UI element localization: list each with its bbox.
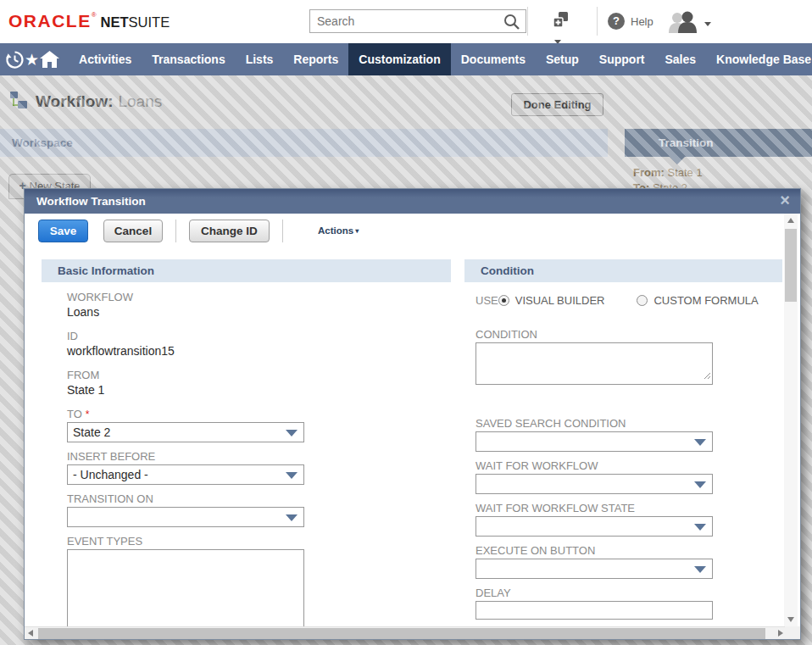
search-icon[interactable] bbox=[503, 13, 523, 30]
nav-item-transactions[interactable]: Transactions bbox=[142, 43, 235, 75]
cancel-button[interactable]: Cancel bbox=[103, 220, 163, 242]
condition-fields: USE VISUAL BUILDER CUSTOM FORMULA CONDIT… bbox=[476, 294, 755, 620]
home-icon[interactable] bbox=[39, 43, 60, 75]
vertical-scrollbar[interactable] bbox=[784, 214, 798, 626]
workflow-field-label: WORKFLOW bbox=[67, 291, 321, 303]
horizontal-scroll-thumb[interactable] bbox=[38, 628, 765, 639]
user-roles-menu[interactable] bbox=[667, 11, 711, 37]
use-label: USE bbox=[476, 294, 498, 307]
transition-panel-header: Transition bbox=[625, 129, 812, 157]
workflow-transition-dialog: Workflow Transition × Save Cancel Change… bbox=[24, 188, 801, 640]
page-title-label: Workflow: bbox=[36, 92, 113, 111]
transition-from-value: State 1 bbox=[667, 166, 702, 179]
condition-textarea[interactable] bbox=[476, 343, 712, 384]
netsuite-logo-net: NET bbox=[101, 14, 129, 30]
event-types-label: EVENT TYPES bbox=[67, 535, 321, 548]
dialog-titlebar: Workflow Transition × bbox=[25, 189, 800, 214]
main-nav: ★ Activities Transactions Lists Reports … bbox=[0, 43, 812, 75]
quick-add-menu[interactable] bbox=[552, 11, 581, 31]
nav-item-reports[interactable]: Reports bbox=[283, 43, 348, 75]
scrollbar-corner bbox=[785, 626, 800, 639]
use-radio-group: USE VISUAL BUILDER CUSTOM FORMULA bbox=[476, 294, 755, 307]
horizontal-scrollbar[interactable] bbox=[25, 626, 787, 639]
oracle-netsuite-logo: ORACLE®NETSUITE bbox=[8, 11, 170, 31]
nav-item-lists[interactable]: Lists bbox=[236, 43, 284, 75]
nav-item-activities[interactable]: Activities bbox=[69, 43, 142, 75]
oracle-logo-text: ORACLE bbox=[8, 11, 92, 31]
vertical-scroll-thumb[interactable] bbox=[785, 229, 797, 302]
nav-item-knowledge-base[interactable]: Knowledge Base bbox=[706, 43, 812, 75]
dialog-toolbar: Save Cancel Change ID Actions▾ bbox=[25, 214, 770, 247]
radio-custom-formula[interactable]: CUSTOM FORMULA bbox=[637, 294, 758, 307]
scroll-down-arrow[interactable] bbox=[784, 613, 798, 626]
toolbar-divider bbox=[175, 220, 176, 242]
insert-before-value: - Unchanged - bbox=[73, 468, 148, 481]
workflow-icon bbox=[8, 90, 29, 114]
radio-checked-icon bbox=[498, 295, 509, 306]
actions-menu[interactable]: Actions▾ bbox=[318, 225, 359, 236]
required-marker: * bbox=[86, 409, 90, 420]
execute-on-button-select[interactable] bbox=[476, 559, 713, 579]
select-arrow-icon bbox=[694, 566, 706, 573]
workflow-field-value: Loans bbox=[67, 305, 321, 319]
chevron-down-icon bbox=[704, 22, 711, 26]
scroll-up-arrow[interactable] bbox=[784, 214, 798, 227]
user-avatar-icon bbox=[667, 11, 701, 37]
delay-input[interactable] bbox=[476, 601, 713, 620]
nav-item-support[interactable]: Support bbox=[589, 43, 655, 75]
from-field-label: FROM bbox=[67, 369, 321, 381]
chevron-down-icon: ▾ bbox=[355, 227, 359, 235]
wait-for-workflow-select[interactable] bbox=[476, 474, 713, 494]
help-menu[interactable]: ? Help bbox=[608, 13, 653, 30]
radio-unchecked-icon bbox=[637, 295, 648, 306]
transition-panel-notch bbox=[670, 157, 685, 164]
nav-item-setup[interactable]: Setup bbox=[536, 43, 589, 75]
recent-history-icon[interactable] bbox=[5, 43, 25, 75]
header-divider bbox=[527, 7, 528, 36]
save-button[interactable]: Save bbox=[38, 220, 88, 242]
global-search bbox=[309, 9, 526, 33]
wait-for-workflow-label: WAIT FOR WORKFLOW bbox=[476, 459, 755, 472]
done-editing-button[interactable]: Done Editing bbox=[511, 93, 603, 116]
condition-textarea-wrap bbox=[476, 342, 713, 385]
saved-search-condition-select[interactable] bbox=[476, 431, 713, 452]
id-field-value: workflowtransition15 bbox=[67, 344, 321, 358]
select-arrow-icon bbox=[286, 514, 298, 521]
basic-information-fields: WORKFLOW Loans ID workflowtransition15 F… bbox=[67, 291, 321, 630]
transition-from-label: From: bbox=[633, 166, 665, 179]
insert-before-label: INSERT BEFORE bbox=[67, 450, 321, 463]
help-icon: ? bbox=[608, 13, 625, 30]
workspace-label: Workspace bbox=[0, 129, 608, 157]
header-divider bbox=[597, 7, 598, 36]
section-basic-information: Basic Information bbox=[42, 259, 451, 282]
select-arrow-icon bbox=[286, 472, 298, 479]
insert-before-select[interactable]: - Unchanged - bbox=[67, 464, 304, 485]
nav-item-documents[interactable]: Documents bbox=[451, 43, 536, 75]
delay-label: DELAY bbox=[476, 587, 755, 599]
to-select[interactable]: State 2 bbox=[67, 422, 304, 442]
search-input[interactable] bbox=[310, 10, 492, 32]
quick-add-icon bbox=[552, 19, 570, 33]
close-icon[interactable]: × bbox=[780, 189, 790, 212]
event-types-listbox[interactable] bbox=[67, 549, 304, 630]
netsuite-logo-suite: SUITE bbox=[129, 14, 170, 30]
top-header: ORACLE®NETSUITE bbox=[0, 0, 812, 43]
netsuite-app: ORACLE®NETSUITE bbox=[0, 0, 812, 645]
nav-item-customization[interactable]: Customization bbox=[348, 43, 450, 75]
nav-item-sales[interactable]: Sales bbox=[655, 43, 707, 75]
select-arrow-icon bbox=[694, 524, 706, 531]
workspace-bar: Workspace bbox=[0, 129, 608, 157]
change-id-button[interactable]: Change ID bbox=[189, 220, 270, 242]
page-title-value: Loans bbox=[118, 92, 162, 111]
select-arrow-icon bbox=[286, 430, 298, 436]
help-label: Help bbox=[631, 15, 653, 28]
wait-for-workflow-state-label: WAIT FOR WORKFLOW STATE bbox=[476, 502, 755, 514]
shortcuts-star-icon[interactable]: ★ bbox=[25, 43, 39, 75]
resize-grip-icon[interactable] bbox=[703, 368, 711, 383]
transition-on-select[interactable] bbox=[67, 507, 304, 527]
scroll-left-arrow[interactable] bbox=[25, 627, 38, 640]
wait-for-workflow-state-select[interactable] bbox=[476, 516, 713, 537]
nav-menu: Activities Transactions Lists Reports Cu… bbox=[69, 43, 812, 75]
section-condition: Condition bbox=[464, 259, 782, 282]
radio-visual-builder[interactable]: VISUAL BUILDER bbox=[498, 294, 605, 307]
